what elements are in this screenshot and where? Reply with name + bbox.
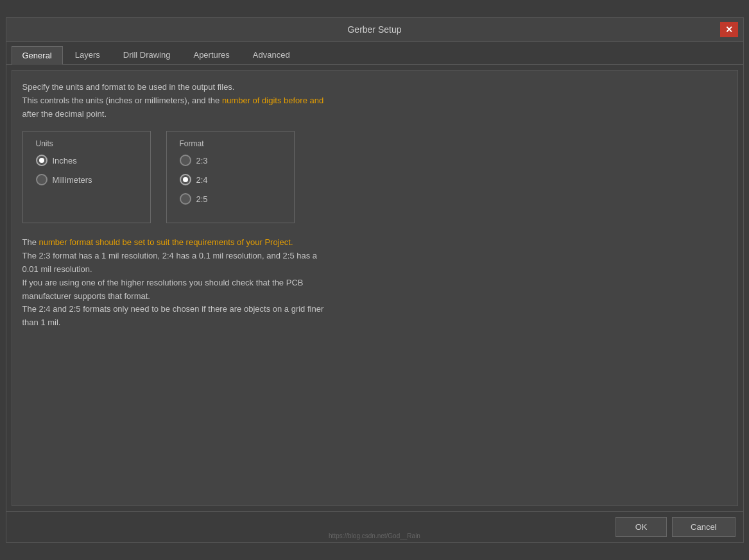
gerber-setup-window: Gerber Setup ✕ General Layers Drill Draw… bbox=[6, 17, 744, 543]
bottom-bar: https://blog.csdn.net/God__Rain OK Cance… bbox=[6, 511, 743, 542]
radio-24-inner bbox=[183, 177, 188, 182]
mm-label: Millimeters bbox=[53, 175, 92, 185]
format-group: Format 2:3 2:4 2:5 bbox=[166, 131, 295, 223]
format-25-label: 2:5 bbox=[196, 194, 208, 204]
title-bar: Gerber Setup ✕ bbox=[6, 18, 743, 42]
radio-2-3[interactable]: 2:3 bbox=[180, 155, 281, 166]
description-text: Specify the units and format to be used … bbox=[22, 81, 727, 121]
format-23-label: 2:3 bbox=[196, 156, 208, 165]
radio-millimeters[interactable]: Millimeters bbox=[36, 174, 137, 185]
tab-layers[interactable]: Layers bbox=[64, 46, 111, 64]
window-title: Gerber Setup bbox=[30, 24, 720, 35]
content-area: Specify the units and format to be used … bbox=[12, 70, 738, 506]
options-groups: Units Inches Millimeters Format 2:3 bbox=[22, 131, 727, 223]
radio-inches[interactable]: Inches bbox=[36, 155, 137, 166]
notes-text: The number format should be set to suit … bbox=[22, 236, 727, 330]
radio-mm-indicator bbox=[36, 174, 47, 185]
tab-drill-drawing[interactable]: Drill Drawing bbox=[112, 46, 182, 64]
tab-general[interactable]: General bbox=[12, 46, 63, 65]
format-group-label: Format bbox=[180, 139, 281, 148]
units-group: Units Inches Millimeters bbox=[22, 131, 151, 223]
radio-23-indicator bbox=[180, 155, 191, 166]
inches-label: Inches bbox=[53, 156, 77, 165]
format-24-label: 2:4 bbox=[196, 175, 208, 185]
radio-2-4[interactable]: 2:4 bbox=[180, 174, 281, 185]
radio-24-indicator bbox=[180, 174, 191, 185]
ok-button[interactable]: OK bbox=[616, 517, 667, 537]
tab-apertures[interactable]: Apertures bbox=[182, 46, 240, 64]
radio-inches-inner bbox=[39, 158, 44, 163]
units-group-label: Units bbox=[36, 139, 137, 148]
cancel-button[interactable]: Cancel bbox=[672, 517, 735, 537]
radio-25-indicator bbox=[180, 193, 191, 205]
tab-bar: General Layers Drill Drawing Apertures A… bbox=[6, 42, 743, 65]
close-button[interactable]: ✕ bbox=[720, 22, 738, 37]
tab-advanced[interactable]: Advanced bbox=[242, 46, 301, 64]
radio-inches-indicator bbox=[36, 155, 47, 166]
radio-2-5[interactable]: 2:5 bbox=[180, 193, 281, 205]
watermark: https://blog.csdn.net/God__Rain bbox=[329, 532, 420, 539]
